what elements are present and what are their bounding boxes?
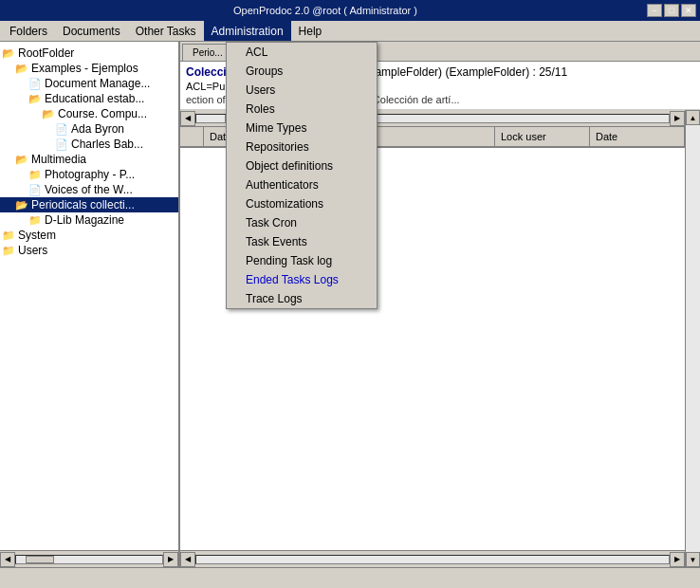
folder-icon: 📁	[28, 169, 42, 181]
h-scroll-left[interactable]: ◀	[180, 111, 195, 126]
tree-item-charles[interactable]: 📄 Charles Bab...	[0, 137, 178, 152]
col-lock-header: Lock user	[495, 127, 590, 146]
folder-icon: 📁	[28, 214, 42, 227]
tree-horizontal-scrollbar[interactable]: ◀ ▶	[0, 550, 178, 567]
close-button[interactable]: ✕	[681, 4, 696, 17]
tree-item-multimedia[interactable]: 📂 Multimedia	[0, 152, 178, 167]
dropdown-item-trace-logs[interactable]: Trace Logs	[227, 289, 377, 308]
tree-label-course: Course. Compu...	[58, 107, 147, 120]
dropdown-item-groups[interactable]: Groups	[227, 62, 377, 81]
folder-icon: 📂	[2, 47, 15, 60]
tree-label-educational: Educational estab...	[45, 92, 144, 105]
dropdown-item-users[interactable]: Users	[227, 81, 377, 100]
tree-label-examples: Examples - Ejemplos	[31, 62, 138, 75]
h-scroll-left-bottom[interactable]: ◀	[180, 552, 195, 567]
col-check	[180, 127, 204, 146]
document-icon: 📄	[55, 138, 68, 151]
dropdown-item-object-definitions[interactable]: Object definitions	[227, 156, 377, 175]
dropdown-item-acl[interactable]: ACL	[227, 43, 377, 62]
folder-icon: 📂	[28, 93, 42, 105]
vertical-scrollbar[interactable]: ▲ ▼	[685, 110, 700, 567]
dropdown-item-roles[interactable]: Roles	[227, 100, 377, 119]
tree-label-docmanage: Document Manage...	[45, 77, 150, 90]
tree-item-system[interactable]: 📁 System	[0, 228, 178, 243]
maximize-button[interactable]: □	[664, 4, 679, 17]
dropdown-item-ended-tasks-logs[interactable]: Ended Tasks Logs	[227, 270, 377, 289]
dropdown-item-task-events[interactable]: Task Events	[227, 232, 377, 251]
tree-item-course[interactable]: 📂 Course. Compu...	[0, 106, 178, 121]
document-icon: 📄	[28, 78, 42, 90]
status-bar	[0, 567, 700, 588]
col-date2-header: Date	[590, 127, 685, 146]
scroll-track[interactable]	[15, 555, 163, 564]
menu-administration[interactable]: Administration	[204, 21, 291, 41]
folder-icon: 📂	[15, 199, 28, 211]
menu-folders[interactable]: Folders	[2, 21, 55, 41]
dropdown-item-authenticators[interactable]: Authenticators	[227, 175, 377, 194]
tree-label-system: System	[18, 229, 56, 242]
h-track-bottom[interactable]	[195, 555, 670, 564]
dropdown-item-customizations[interactable]: Customizations	[227, 194, 377, 213]
tree-label-photography: Photography - P...	[45, 168, 135, 181]
tab-perio-label: Perio...	[193, 47, 223, 58]
menu-documents[interactable]: Documents	[55, 21, 128, 41]
document-icon: 📄	[28, 184, 42, 196]
tree-label-voices: Voices of the W...	[45, 183, 133, 196]
tree-item-voices[interactable]: 📄 Voices of the W...	[0, 182, 178, 197]
tree-item-photography[interactable]: 📁 Photography - P...	[0, 167, 178, 182]
tree-item-educational[interactable]: 📂 Educational estab...	[0, 91, 178, 106]
menu-other-tasks[interactable]: Other Tasks	[128, 21, 204, 41]
tree-item-dlib[interactable]: 📁 D-Lib Magazine	[0, 212, 178, 228]
tree-content: 📂 RootFolder 📂 Examples - Ejemplos 📄 Doc…	[0, 42, 178, 548]
tree-label-dlib: D-Lib Magazine	[45, 213, 124, 227]
window-controls: − □ ✕	[647, 4, 696, 17]
dropdown-item-task-cron[interactable]: Task Cron	[227, 213, 377, 232]
collection-count: : 25/11	[533, 65, 568, 79]
tree-label-charles: Charles Bab...	[71, 138, 143, 151]
tree-item-ada[interactable]: 📄 Ada Byron	[0, 121, 178, 137]
scroll-thumb[interactable]	[26, 556, 54, 563]
dropdown-item-mime-types[interactable]: Mime Types	[227, 119, 377, 138]
tree-item-docmanage[interactable]: 📄 Document Manage...	[0, 76, 178, 91]
tree-label-multimedia: Multimedia	[31, 153, 86, 166]
dropdown-item-pending-task-log[interactable]: Pending Task log	[227, 251, 377, 270]
folder-icon: 📁	[2, 245, 15, 257]
tree-label-users: Users	[18, 244, 47, 257]
scroll-left-btn[interactable]: ◀	[0, 552, 15, 567]
folder-icon: 📂	[15, 154, 28, 166]
tree-panel: 📂 RootFolder 📂 Examples - Ejemplos 📄 Doc…	[0, 42, 180, 567]
tree-item-users[interactable]: 📁 Users	[0, 243, 178, 258]
tree-item-root[interactable]: 📂 RootFolder	[0, 46, 178, 61]
collection-folder-val: (ExampleFolder)	[445, 65, 529, 79]
tree-label-ada: Ada Byron	[71, 122, 124, 136]
tree-item-examples[interactable]: 📂 Examples - Ejemplos	[0, 61, 178, 76]
folder-icon: 📂	[15, 63, 28, 75]
v-scroll-down[interactable]: ▼	[686, 552, 700, 567]
folder-icon: 📁	[2, 230, 15, 242]
folder-icon: 📂	[42, 108, 55, 120]
v-scroll-track[interactable]	[686, 125, 700, 552]
tree-label-root: RootFolder	[18, 46, 74, 60]
h-scroll-right[interactable]: ▶	[670, 111, 685, 126]
table-bottom-scrollbar[interactable]: ◀ ▶	[180, 550, 685, 567]
h-scroll-right-bottom[interactable]: ▶	[670, 552, 685, 567]
v-scroll-up[interactable]: ▲	[686, 110, 700, 125]
tree-label-periodicals: Periodicals collecti...	[31, 198, 135, 211]
administration-dropdown: ACLGroupsUsersRolesMime TypesRepositorie…	[226, 42, 378, 309]
document-icon: 📄	[55, 123, 68, 136]
dropdown-item-repositories[interactable]: Repositories	[227, 138, 377, 156]
minimize-button[interactable]: −	[647, 4, 662, 17]
menu-bar: Folders Documents Other Tasks Administra…	[0, 21, 700, 42]
app-title: OpenProdoc 2.0 @root ( Administrator )	[4, 5, 647, 16]
title-bar: OpenProdoc 2.0 @root ( Administrator ) −…	[0, 0, 700, 21]
scroll-right-btn[interactable]: ▶	[163, 552, 178, 567]
tree-item-periodicals[interactable]: 📂 Periodicals collecti...	[0, 197, 178, 212]
menu-help[interactable]: Help	[291, 21, 330, 41]
